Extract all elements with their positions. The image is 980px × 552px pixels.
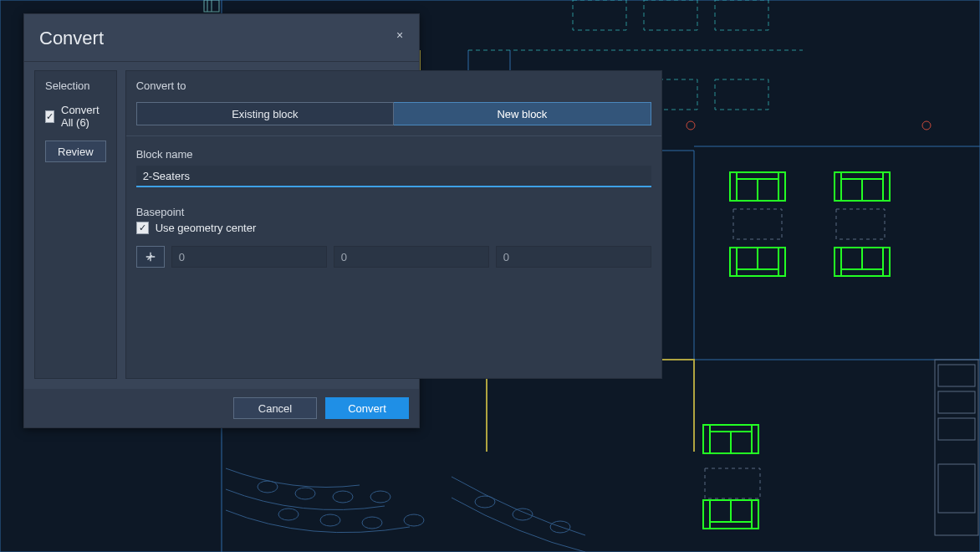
svg-rect-8 bbox=[715, 79, 768, 110]
svg-rect-46 bbox=[835, 248, 841, 276]
block-name-label: Block name bbox=[136, 148, 651, 161]
basepoint-x-input[interactable] bbox=[171, 246, 327, 268]
cancel-button[interactable]: Cancel bbox=[233, 397, 317, 419]
basepoint-y-input[interactable] bbox=[334, 246, 489, 268]
use-geometry-center-label: Use geometry center bbox=[156, 222, 257, 234]
basepoint-z-input[interactable] bbox=[496, 246, 651, 268]
existing-block-tab[interactable]: Existing block bbox=[136, 102, 395, 125]
close-button[interactable]: × bbox=[390, 26, 409, 44]
svg-point-25 bbox=[475, 496, 495, 508]
use-geometry-center-row[interactable]: ✓ Use geometry center bbox=[136, 218, 651, 238]
convert-to-label: Convert to bbox=[136, 71, 651, 100]
svg-rect-48 bbox=[841, 269, 883, 276]
pick-point-icon bbox=[145, 251, 156, 263]
svg-rect-58 bbox=[710, 522, 752, 529]
svg-rect-36 bbox=[835, 172, 841, 201]
svg-rect-5 bbox=[715, 0, 768, 30]
basepoint-coords-row bbox=[136, 246, 651, 268]
svg-rect-37 bbox=[883, 172, 890, 201]
basepoint-label: Basepoint bbox=[136, 206, 651, 218]
svg-rect-41 bbox=[730, 248, 737, 276]
svg-rect-31 bbox=[730, 172, 737, 201]
convert-to-segmented: Existing block New block bbox=[136, 102, 651, 125]
svg-rect-53 bbox=[710, 425, 752, 432]
svg-rect-16 bbox=[938, 464, 975, 513]
svg-point-28 bbox=[687, 121, 695, 130]
block-name-input[interactable] bbox=[136, 166, 651, 187]
svg-rect-13 bbox=[938, 365, 975, 386]
svg-rect-11 bbox=[705, 468, 760, 498]
selection-panel: Selection ✓ Convert All (6) Review bbox=[34, 70, 117, 379]
svg-rect-38 bbox=[841, 172, 883, 179]
svg-rect-10 bbox=[836, 209, 885, 239]
new-block-tab[interactable]: New block bbox=[394, 102, 651, 125]
svg-point-21 bbox=[278, 509, 299, 520]
svg-rect-14 bbox=[938, 391, 975, 413]
svg-point-19 bbox=[333, 491, 353, 503]
svg-rect-43 bbox=[737, 269, 778, 276]
svg-rect-47 bbox=[883, 248, 890, 276]
divider bbox=[126, 135, 661, 136]
convert-all-label: Convert All (6) bbox=[61, 104, 106, 129]
svg-point-24 bbox=[404, 514, 424, 526]
convert-all-checkbox[interactable]: ✓ bbox=[45, 110, 54, 123]
svg-point-29 bbox=[922, 121, 931, 130]
svg-rect-42 bbox=[778, 248, 785, 276]
svg-rect-56 bbox=[703, 500, 710, 529]
svg-point-20 bbox=[370, 491, 390, 503]
pick-point-button[interactable] bbox=[136, 246, 165, 268]
svg-rect-15 bbox=[938, 418, 975, 440]
svg-rect-51 bbox=[703, 425, 710, 453]
review-button[interactable]: Review bbox=[45, 141, 106, 162]
selection-label: Selection bbox=[45, 71, 106, 100]
use-geometry-center-checkbox[interactable]: ✓ bbox=[136, 222, 149, 234]
svg-rect-3 bbox=[573, 0, 626, 30]
dialog-title: Convert bbox=[39, 28, 404, 49]
close-icon: × bbox=[396, 28, 403, 42]
svg-rect-9 bbox=[733, 209, 782, 239]
svg-point-22 bbox=[320, 514, 340, 526]
svg-point-18 bbox=[295, 488, 315, 499]
svg-point-23 bbox=[362, 517, 382, 529]
svg-rect-57 bbox=[752, 500, 758, 529]
svg-rect-4 bbox=[644, 0, 697, 30]
convert-all-row[interactable]: ✓ Convert All (6) bbox=[45, 100, 106, 132]
svg-point-26 bbox=[513, 509, 533, 520]
convert-button[interactable]: Convert bbox=[325, 397, 409, 419]
convert-dialog: Convert × Selection ✓ Convert All (6) Re… bbox=[23, 13, 420, 428]
dialog-header: Convert × bbox=[24, 14, 419, 62]
convert-to-panel: Convert to Existing block New block Bloc… bbox=[125, 70, 662, 379]
dialog-footer: Cancel Convert bbox=[24, 389, 419, 427]
svg-rect-32 bbox=[778, 172, 785, 201]
svg-rect-52 bbox=[752, 425, 758, 453]
svg-point-17 bbox=[258, 481, 278, 493]
svg-rect-33 bbox=[737, 172, 778, 179]
